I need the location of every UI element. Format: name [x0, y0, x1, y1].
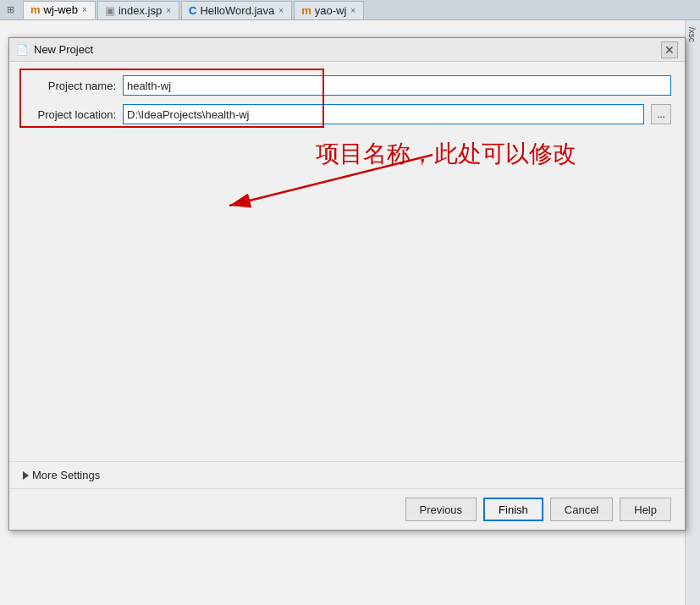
cancel-button[interactable]: Cancel	[550, 498, 613, 521]
tab-icon-wj-web: m	[30, 3, 41, 16]
previous-button[interactable]: Previous	[405, 498, 477, 521]
tab-close-index-jsp[interactable]: ×	[165, 6, 172, 15]
tab-label-index-jsp: index.jsp	[119, 4, 162, 17]
tab-icon-yao-wj: m	[301, 4, 311, 17]
tab-close-yao-wj[interactable]: ×	[350, 6, 356, 15]
project-location-row: Project location: ...	[23, 104, 671, 124]
dialog-titlebar: 📄 New Project ✕	[9, 38, 685, 62]
empty-content	[23, 133, 671, 437]
tab-bar-controls: ⊞	[3, 4, 18, 15]
tab-icon-index-jsp: ▣	[105, 4, 115, 17]
project-name-row: Project name:	[23, 75, 671, 96]
tab-wj-web[interactable]: m wj-web ×	[23, 1, 96, 19]
help-button[interactable]: Help	[620, 498, 671, 521]
tab-bar-icon: ⊞	[3, 4, 18, 15]
dialog-footer: Previous Finish Cancel Help	[9, 488, 685, 530]
tab-close-wj-web[interactable]: ×	[81, 5, 88, 14]
tab-bar: ⊞ m wj-web × ▣ index.jsp × C HelloWord.j…	[0, 0, 700, 20]
project-location-input[interactable]	[123, 104, 644, 124]
tab-index-jsp[interactable]: ▣ index.jsp ×	[97, 1, 179, 19]
dialog-close-button[interactable]: ✕	[661, 41, 678, 58]
project-name-input[interactable]	[123, 75, 671, 96]
main-area: /xsc 📄 New Project ✕ Project name:	[0, 20, 700, 605]
tab-yao-wj[interactable]: m yao-wj ×	[294, 1, 364, 19]
browse-button[interactable]: ...	[651, 104, 671, 124]
more-settings-label: More Settings	[32, 469, 100, 481]
dialog-overlay: 📄 New Project ✕ Project name: Project lo…	[0, 20, 700, 605]
tab-label-helloword: HelloWord.java	[200, 4, 274, 17]
dialog-content: Project name: Project location: ...	[9, 62, 685, 461]
dialog-title-icon: 📄	[16, 44, 29, 56]
finish-button[interactable]: Finish	[483, 498, 543, 521]
tab-helloword[interactable]: C HelloWord.java ×	[181, 1, 292, 19]
tab-close-helloword[interactable]: ×	[278, 6, 284, 15]
project-location-label: Project location:	[23, 108, 116, 121]
dialog-title-text: New Project	[34, 43, 656, 56]
tab-label-yao-wj: yao-wj	[315, 4, 347, 17]
project-name-label: Project name:	[23, 80, 116, 92]
tab-label-wj-web: wj-web	[44, 3, 78, 16]
more-settings-section: More Settings	[9, 461, 685, 488]
new-project-dialog: 📄 New Project ✕ Project name: Project lo…	[8, 37, 686, 531]
more-settings-triangle	[23, 471, 29, 480]
more-settings-toggle[interactable]: More Settings	[23, 469, 671, 481]
content-area	[23, 133, 671, 454]
tab-icon-helloword: C	[189, 4, 196, 17]
